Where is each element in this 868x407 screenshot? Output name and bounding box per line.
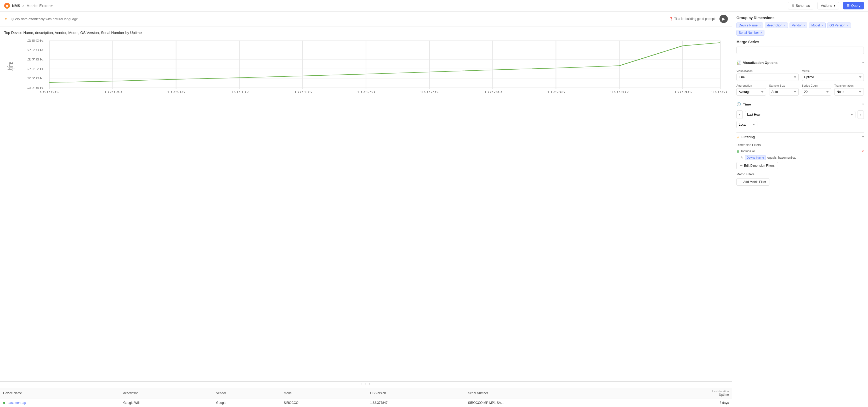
time-controls: ‹ Last Hour Last 6 Hours Last 24 Hours L… <box>737 111 864 128</box>
time-next-button[interactable]: › <box>858 111 864 119</box>
group-by-section: Group by Dimensions Device Name × descri… <box>737 16 864 36</box>
chevron-down-icon-time: ▾ <box>862 102 864 106</box>
nav-separator: > <box>22 4 24 8</box>
edit-dimension-filters-button[interactable]: ✏ Edit Dimension Filters <box>737 162 778 169</box>
series-count-select[interactable]: 20 10 50 <box>802 88 831 95</box>
table-section: ⋮⋮⋮ Device Name description Vendor Model… <box>0 381 732 407</box>
filtering-header[interactable]: ▽ Filtering ▾ <box>737 133 864 141</box>
tag-label-os-version: OS Version <box>830 24 845 27</box>
actions-button[interactable]: Actions ▾ <box>817 2 839 9</box>
tag-os-version: OS Version × <box>827 23 851 28</box>
right-panel: Group by Dimensions Device Name × descri… <box>732 11 868 407</box>
svg-text:10:45: 10:45 <box>673 91 692 94</box>
svg-text:280k: 280k <box>27 39 43 42</box>
svg-text:Uptime: Uptime <box>6 62 15 71</box>
svg-text:276k: 276k <box>27 77 43 80</box>
viz-row-1: Visualization Line Bar Area Metric Uptim… <box>737 69 864 81</box>
series-count-label: Series Count <box>802 84 831 87</box>
app-layout: NMS > Metrics Explorer ⊞ Schemas Actions… <box>0 0 868 407</box>
query-submit-button[interactable]: ▶ <box>719 14 728 23</box>
sample-size-select[interactable]: Auto 100 500 <box>769 88 799 95</box>
cell-model: SIROCCO <box>281 399 367 407</box>
aggregation-group: Aggregation Average Sum Min Max <box>737 84 766 95</box>
query-input[interactable] <box>11 17 666 21</box>
cell-description: Google Wifi <box>120 399 213 407</box>
main-content: ✦ ❓ Tips for building good prompts ▶ Top… <box>0 11 868 407</box>
tag-label-vendor: Vendor <box>792 24 802 27</box>
transformation-select[interactable]: None Rate <box>834 88 864 95</box>
schemas-button[interactable]: ⊞ Schemas <box>788 2 813 9</box>
filter-arrow-icon: ↳ <box>741 156 743 159</box>
remove-filter-button[interactable]: × <box>862 149 864 154</box>
visualization-header[interactable]: 📊 Visualization Options ▾ <box>737 58 864 67</box>
sample-size-label: Sample Size <box>769 84 799 87</box>
table-icon: ⊞ <box>792 4 794 8</box>
cell-uptime: 3 days <box>638 399 732 407</box>
series-count-group: Series Count 20 10 50 <box>802 84 831 95</box>
time-prev-button[interactable]: ‹ <box>737 111 743 119</box>
include-icon: ⊕ <box>737 149 740 153</box>
tag-description: description × <box>765 23 788 28</box>
metric-group: Metric Uptime <box>802 69 864 81</box>
visualization-group: Visualization Line Bar Area <box>737 69 799 81</box>
drag-handle[interactable]: ⋮⋮⋮ <box>0 382 732 388</box>
col-description: description <box>120 388 213 399</box>
col-vendor: Vendor <box>213 388 281 399</box>
tag-label-serial-number: Serial Number <box>739 31 759 34</box>
nav-left: NMS > Metrics Explorer <box>4 3 53 9</box>
remove-model[interactable]: × <box>822 24 823 27</box>
help-icon: ❓ <box>669 17 673 21</box>
remove-serial-number[interactable]: × <box>761 31 762 34</box>
col-uptime: Last duration Uptime <box>638 388 732 399</box>
tag-label-description: description <box>767 24 782 27</box>
filter-row: ↳ Device Name equals basement-ap <box>737 155 864 160</box>
chevron-down-icon: ▾ <box>862 61 864 64</box>
aggregation-label: Aggregation <box>737 84 766 87</box>
cell-vendor: Google <box>213 399 281 407</box>
dimension-tags: Device Name × description × Vendor × Mod… <box>737 23 864 36</box>
merge-series-input[interactable] <box>737 47 864 54</box>
schemas-label: Schemas <box>796 4 810 8</box>
status-indicator <box>3 402 5 404</box>
filtering-title: Filtering <box>741 135 860 139</box>
col-os-version: OS Version <box>367 388 465 399</box>
time-range-select[interactable]: Last Hour Last 6 Hours Last 24 Hours Las… <box>745 111 856 118</box>
col-model: Model <box>281 388 367 399</box>
metric-filters-label: Metric Filters <box>737 173 864 176</box>
drag-dots-icon: ⋮⋮⋮ <box>360 383 372 386</box>
query-help[interactable]: ❓ Tips for building good prompts <box>669 17 716 21</box>
filter-value: basement-ap <box>778 156 796 159</box>
tag-vendor: Vendor × <box>789 23 807 28</box>
query-button[interactable]: ☰ Query <box>843 2 864 9</box>
time-header[interactable]: 🕐 Time ▾ <box>737 100 864 108</box>
visualization-select[interactable]: Line Bar Area <box>737 74 799 81</box>
metric-select[interactable]: Uptime <box>802 74 864 81</box>
table-header-row: Device Name description Vendor Model OS … <box>0 388 732 399</box>
chart-svg: 280k 279k 278k 277k 276k 275k 09:55 10:0… <box>4 38 728 95</box>
merge-series-section: Merge Series <box>737 40 864 54</box>
data-table: Device Name description Vendor Model OS … <box>0 388 732 407</box>
tag-label-model: Model <box>811 24 820 27</box>
filter-dimension-tag: Device Name <box>745 155 766 160</box>
svg-text:09:55: 09:55 <box>40 91 59 94</box>
remove-os-version[interactable]: × <box>847 24 848 27</box>
uptime-label: Uptime <box>641 393 729 397</box>
tag-label-device-name: Device Name <box>739 24 757 27</box>
cell-device-name: basement-ap <box>0 399 120 407</box>
svg-text:10:50: 10:50 <box>711 91 728 94</box>
add-metric-filter-button[interactable]: + Add Metric Filter <box>737 178 769 185</box>
time-title: Time <box>743 102 860 106</box>
last-duration-label: Last duration <box>641 390 729 393</box>
cell-os-version: 1.63.377847 <box>367 399 465 407</box>
timezone-select[interactable]: Local UTC <box>737 121 757 128</box>
remove-description[interactable]: × <box>784 24 786 27</box>
nav-right: ⊞ Schemas Actions ▾ ☰ Query <box>788 2 864 9</box>
remove-vendor[interactable]: × <box>803 24 805 27</box>
remove-device-name[interactable]: × <box>759 24 761 27</box>
chevron-down-icon: ▾ <box>834 4 836 8</box>
transformation-group: Transformation None Rate <box>834 84 864 95</box>
visualization-title: Visualization Options <box>743 61 860 65</box>
device-link[interactable]: basement-ap <box>8 401 26 405</box>
aggregation-select[interactable]: Average Sum Min Max <box>737 88 766 95</box>
chart-container: 280k 279k 278k 277k 276k 275k 09:55 10:0… <box>4 38 728 95</box>
